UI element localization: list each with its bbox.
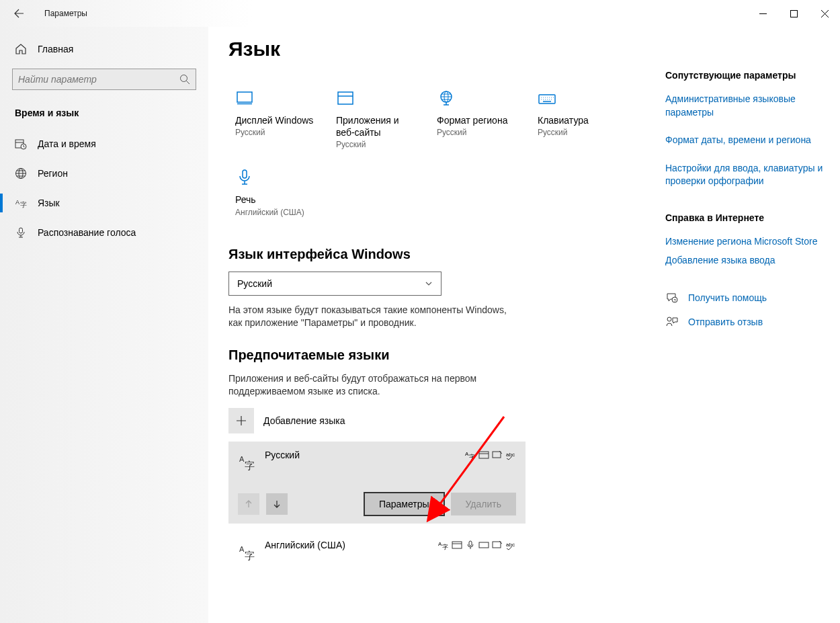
keyboard-cap-icon: [478, 540, 489, 550]
page-title: Язык: [228, 38, 632, 60]
maximize-button[interactable]: [778, 0, 809, 27]
chevron-down-icon: [425, 280, 433, 288]
tile-label: Дисплей Windows: [235, 114, 316, 126]
section-preferred: Предпочитаемые языки: [228, 347, 632, 363]
tile-apps[interactable]: Приложения и веб-сайты Русский: [329, 82, 417, 161]
tile-sub: Русский: [538, 128, 618, 137]
minimize-icon: [759, 10, 767, 17]
svg-rect-29: [493, 542, 501, 548]
handwriting-cap-icon: [492, 450, 503, 460]
svg-text:A: A: [15, 199, 19, 206]
arrow-up-icon: [244, 499, 253, 509]
tile-label: Клавиатура: [538, 114, 618, 126]
display-cap-icon: A字: [465, 450, 476, 460]
tile-speech[interactable]: Речь Английский (США): [228, 161, 316, 229]
tile-display[interactable]: Дисплей Windows Русский: [228, 82, 316, 161]
sidebar-home-label: Главная: [38, 44, 73, 54]
search-box[interactable]: [12, 69, 196, 90]
sidebar-item-language[interactable]: A字 Язык: [0, 188, 208, 218]
language-card-english[interactable]: A字 Английский (США) A字 abc: [228, 532, 526, 569]
tile-label: Формат региона: [437, 114, 517, 126]
handwriting-cap-icon: [492, 540, 503, 550]
sidebar-category: Время и язык: [0, 97, 208, 129]
feedback-label: Отправить отзыв: [688, 317, 763, 327]
display-lang-desc: На этом языке будут показываться такие к…: [228, 304, 517, 330]
svg-point-33: [667, 317, 671, 321]
svg-rect-14: [243, 170, 247, 178]
tile-sub: Русский: [437, 128, 517, 137]
related-link-admin[interactable]: Административные языковые параметры: [665, 93, 827, 119]
related-link-dateformat[interactable]: Формат даты, времени и региона: [665, 134, 827, 147]
plus-icon: [235, 415, 247, 427]
sidebar-item-label: Язык: [38, 198, 60, 208]
spell-cap-icon: abc: [505, 450, 516, 460]
tile-sub: Русский: [235, 128, 316, 137]
get-help-link[interactable]: ? Получить помощь: [665, 291, 827, 304]
sidebar-item-label: Распознавание голоса: [38, 227, 136, 238]
svg-text:字: 字: [442, 544, 448, 550]
svg-text:字: 字: [245, 460, 255, 471]
sidebar-item-speech[interactable]: Распознавание голоса: [0, 218, 208, 247]
svg-rect-28: [479, 542, 489, 548]
microphone-icon: [15, 226, 27, 239]
arrow-left-icon: [13, 8, 24, 19]
globe-icon: [15, 167, 27, 179]
close-icon: [821, 10, 829, 17]
spell-cap-icon: abc: [505, 540, 516, 550]
dropdown-selected: Русский: [237, 278, 425, 289]
minimize-button[interactable]: [747, 0, 778, 27]
tile-region-format[interactable]: Формат региона Русский: [430, 82, 517, 161]
search-input[interactable]: [18, 74, 179, 85]
language-glyph-icon: A字: [238, 542, 257, 561]
section-display-lang: Язык интерфейса Windows: [228, 247, 632, 262]
monitor-icon: [235, 89, 254, 108]
svg-text:字: 字: [245, 550, 255, 561]
help-title: Справка в Интернете: [665, 212, 827, 223]
move-down-button[interactable]: [266, 493, 288, 515]
svg-text:A: A: [239, 455, 245, 463]
language-capabilities: A字 abc: [465, 450, 516, 460]
svg-rect-0: [790, 10, 797, 17]
sidebar-item-label: Дата и время: [38, 138, 96, 149]
svg-rect-20: [493, 452, 501, 458]
sidebar-home[interactable]: Главная: [0, 36, 208, 62]
tts-cap-icon: [478, 450, 489, 460]
display-cap-icon: A字: [438, 540, 449, 550]
sidebar-item-region[interactable]: Регион: [0, 159, 208, 188]
keyboard-icon: [538, 89, 556, 108]
language-options-button[interactable]: Параметры: [364, 493, 444, 515]
sidebar-item-label: Регион: [38, 168, 68, 179]
help-link-store-region[interactable]: Изменение региона Microsoft Store: [665, 235, 827, 249]
add-language-label: Добавление языка: [263, 415, 345, 426]
svg-rect-9: [237, 92, 252, 102]
feedback-link[interactable]: Отправить отзыв: [665, 315, 827, 329]
svg-rect-8: [19, 228, 23, 233]
svg-text:字: 字: [469, 454, 475, 460]
language-icon: A字: [15, 197, 27, 209]
back-button[interactable]: [5, 0, 32, 27]
related-link-input[interactable]: Настройки для ввода, клавиатуры и провер…: [665, 162, 827, 188]
svg-rect-26: [452, 542, 462, 548]
window-title: Параметры: [44, 9, 87, 18]
feedback-icon: [665, 315, 679, 329]
language-name: Английский (США): [265, 540, 438, 550]
svg-rect-19: [479, 452, 489, 458]
maximize-icon: [790, 10, 798, 17]
close-button[interactable]: [809, 0, 840, 27]
move-up-button[interactable]: [238, 493, 259, 515]
language-capabilities: A字 abc: [438, 540, 516, 550]
language-card-russian[interactable]: A字 Русский A字 abc Параметры Удалить: [228, 442, 526, 524]
tile-label: Речь: [235, 194, 316, 206]
tile-keyboard[interactable]: Клавиатура Русский: [531, 82, 618, 161]
sidebar-item-datetime[interactable]: Дата и время: [0, 129, 208, 159]
display-language-dropdown[interactable]: Русский: [228, 272, 442, 296]
calendar-clock-icon: [15, 138, 27, 150]
add-language-button[interactable]: Добавление языка: [228, 408, 632, 433]
help-link-add-input[interactable]: Добавление языка ввода: [665, 254, 827, 267]
preferred-desc: Приложения и веб-сайты будут отображатьс…: [228, 372, 517, 399]
microphone-icon: [235, 168, 254, 187]
svg-text:字: 字: [20, 201, 27, 208]
language-remove-button[interactable]: Удалить: [451, 493, 516, 515]
related-title: Сопутствующие параметры: [665, 70, 827, 81]
search-icon: [179, 74, 190, 85]
